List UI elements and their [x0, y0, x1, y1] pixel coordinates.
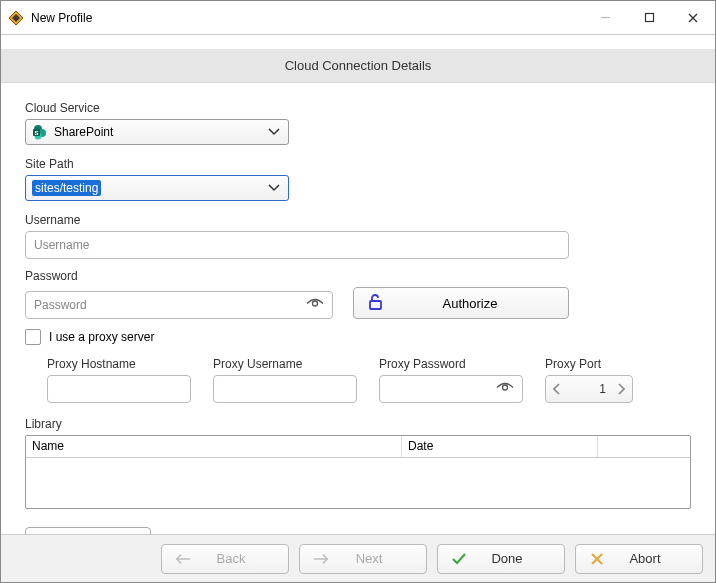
proxy-port-label: Proxy Port: [545, 357, 633, 371]
username-placeholder: Username: [34, 238, 89, 252]
section-title: Cloud Connection Details: [285, 58, 432, 73]
section-header: Cloud Connection Details: [1, 49, 715, 83]
proxy-checkbox-label: I use a proxy server: [49, 330, 154, 344]
close-button[interactable]: [671, 3, 715, 33]
proxy-username-input[interactable]: [213, 375, 357, 403]
minimize-button[interactable]: [583, 3, 627, 33]
svg-point-11: [313, 301, 318, 306]
svg-rect-3: [645, 14, 653, 22]
abort-button[interactable]: Abort: [575, 544, 703, 574]
next-button[interactable]: Next: [299, 544, 427, 574]
eye-icon[interactable]: [306, 298, 324, 313]
eye-icon[interactable]: [496, 382, 514, 397]
done-button[interactable]: Done: [437, 544, 565, 574]
library-header: Name Date: [26, 436, 690, 458]
unlock-icon: [366, 293, 384, 314]
cloud-service-value: SharePoint: [54, 125, 113, 139]
chevron-left-icon[interactable]: [546, 376, 568, 402]
proxy-password-label: Proxy Password: [379, 357, 523, 371]
svg-rect-12: [370, 301, 381, 309]
proxy-password-input[interactable]: [379, 375, 523, 403]
abort-label: Abort: [616, 551, 702, 566]
username-label: Username: [25, 213, 691, 227]
library-col-name[interactable]: Name: [26, 436, 402, 457]
proxy-port-value: 1: [568, 382, 610, 396]
password-label: Password: [25, 269, 691, 283]
site-path-value: sites/testing: [32, 180, 101, 196]
window-title: New Profile: [31, 11, 92, 25]
site-path-label: Site Path: [25, 157, 691, 171]
password-placeholder: Password: [34, 298, 87, 312]
proxy-username-label: Proxy Username: [213, 357, 357, 371]
proxy-checkbox[interactable]: [25, 329, 41, 345]
library-label: Library: [25, 417, 691, 431]
cloud-service-label: Cloud Service: [25, 101, 691, 115]
back-button[interactable]: Back: [161, 544, 289, 574]
authorize-label: Authorize: [412, 296, 568, 311]
site-path-dropdown[interactable]: sites/testing: [25, 175, 289, 201]
arrow-left-icon: [174, 553, 192, 565]
proxy-port-stepper[interactable]: 1: [545, 375, 633, 403]
done-label: Done: [478, 551, 564, 566]
cloud-service-dropdown[interactable]: S SharePoint: [25, 119, 289, 145]
title-bar: New Profile: [1, 1, 715, 35]
maximize-button[interactable]: [627, 3, 671, 33]
username-input[interactable]: Username: [25, 231, 569, 259]
chevron-right-icon[interactable]: [610, 376, 632, 402]
sharepoint-icon: S: [32, 124, 48, 140]
svg-point-13: [503, 385, 508, 390]
next-label: Next: [340, 551, 426, 566]
wizard-bar: Back Next Done Abort: [1, 534, 715, 582]
back-label: Back: [202, 551, 288, 566]
arrow-right-icon: [312, 553, 330, 565]
authorize-button[interactable]: Authorize: [353, 287, 569, 319]
proxy-hostname-label: Proxy Hostname: [47, 357, 191, 371]
check-icon: [450, 552, 468, 566]
library-col-extra: [598, 436, 690, 457]
x-icon: [588, 552, 606, 566]
svg-text:S: S: [34, 130, 38, 136]
library-col-date[interactable]: Date: [402, 436, 598, 457]
library-table[interactable]: Name Date: [25, 435, 691, 509]
chevron-down-icon: [268, 181, 280, 195]
proxy-hostname-input[interactable]: [47, 375, 191, 403]
password-input[interactable]: Password: [25, 291, 333, 319]
chevron-down-icon: [268, 125, 280, 139]
app-icon: [7, 9, 25, 27]
